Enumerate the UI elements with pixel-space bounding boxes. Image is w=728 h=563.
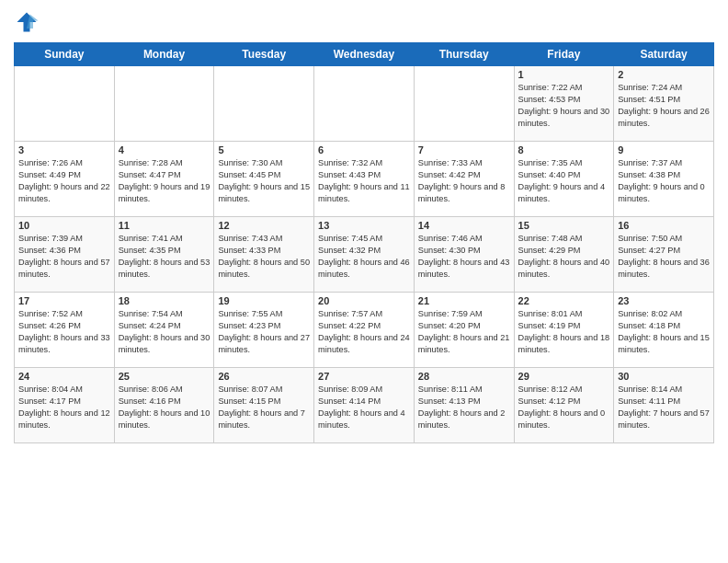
day-number: 4 (119, 144, 210, 155)
day-info: Sunrise: 7:24 AM Sunset: 4:51 PM Dayligh… (618, 82, 710, 130)
day-info: Sunrise: 7:45 AM Sunset: 4:32 PM Dayligh… (318, 233, 410, 281)
calendar-day-cell: 5Sunrise: 7:30 AM Sunset: 4:45 PM Daylig… (214, 142, 314, 217)
day-number: 18 (119, 295, 210, 306)
day-number: 5 (218, 144, 310, 155)
calendar-day-cell: 14Sunrise: 7:46 AM Sunset: 4:30 PM Dayli… (414, 217, 514, 293)
calendar-day-cell: 13Sunrise: 7:45 AM Sunset: 4:32 PM Dayli… (314, 217, 415, 293)
day-info: Sunrise: 7:52 AM Sunset: 4:26 PM Dayligh… (18, 308, 110, 356)
calendar-day-cell: 4Sunrise: 7:28 AM Sunset: 4:47 PM Daylig… (114, 142, 214, 217)
day-info: Sunrise: 7:30 AM Sunset: 4:45 PM Dayligh… (218, 157, 310, 205)
calendar-day-cell: 12Sunrise: 7:43 AM Sunset: 4:33 PM Dayli… (214, 217, 314, 293)
calendar-week-row: 10Sunrise: 7:39 AM Sunset: 4:36 PM Dayli… (15, 217, 714, 293)
calendar-week-row: 3Sunrise: 7:26 AM Sunset: 4:49 PM Daylig… (15, 142, 714, 217)
calendar-week-row: 17Sunrise: 7:52 AM Sunset: 4:26 PM Dayli… (15, 293, 714, 368)
calendar-day-cell: 9Sunrise: 7:37 AM Sunset: 4:38 PM Daylig… (614, 142, 714, 217)
calendar-day-cell (414, 66, 514, 142)
day-header-monday: Monday (114, 43, 214, 66)
calendar-day-cell: 17Sunrise: 7:52 AM Sunset: 4:26 PM Dayli… (15, 293, 115, 368)
calendar-day-cell: 6Sunrise: 7:32 AM Sunset: 4:43 PM Daylig… (314, 142, 415, 217)
day-number: 9 (618, 144, 710, 155)
day-header-wednesday: Wednesday (314, 43, 415, 66)
day-number: 3 (18, 144, 110, 155)
day-number: 23 (618, 295, 710, 306)
calendar-day-cell: 26Sunrise: 8:07 AM Sunset: 4:15 PM Dayli… (214, 368, 314, 443)
day-info: Sunrise: 8:09 AM Sunset: 4:14 PM Dayligh… (318, 384, 410, 431)
day-number: 19 (218, 295, 310, 306)
day-info: Sunrise: 8:14 AM Sunset: 4:11 PM Dayligh… (618, 384, 710, 431)
calendar-day-cell: 30Sunrise: 8:14 AM Sunset: 4:11 PM Dayli… (614, 368, 714, 443)
day-info: Sunrise: 7:33 AM Sunset: 4:42 PM Dayligh… (418, 157, 510, 205)
day-header-thursday: Thursday (414, 43, 514, 66)
calendar-day-cell: 27Sunrise: 8:09 AM Sunset: 4:14 PM Dayli… (314, 368, 415, 443)
calendar-day-cell: 22Sunrise: 8:01 AM Sunset: 4:19 PM Dayli… (514, 293, 614, 368)
day-info: Sunrise: 7:48 AM Sunset: 4:29 PM Dayligh… (518, 233, 610, 281)
day-number: 15 (518, 220, 610, 231)
day-number: 26 (218, 371, 310, 382)
day-info: Sunrise: 7:28 AM Sunset: 4:47 PM Dayligh… (119, 157, 210, 205)
day-number: 2 (618, 69, 710, 80)
day-info: Sunrise: 8:12 AM Sunset: 4:12 PM Dayligh… (518, 384, 610, 431)
day-info: Sunrise: 7:46 AM Sunset: 4:30 PM Dayligh… (418, 233, 510, 281)
day-info: Sunrise: 7:22 AM Sunset: 4:53 PM Dayligh… (518, 82, 610, 130)
day-info: Sunrise: 7:59 AM Sunset: 4:20 PM Dayligh… (418, 308, 510, 356)
day-info: Sunrise: 8:06 AM Sunset: 4:16 PM Dayligh… (119, 384, 210, 431)
calendar-day-cell: 7Sunrise: 7:33 AM Sunset: 4:42 PM Daylig… (414, 142, 514, 217)
logo-icon (14, 9, 40, 35)
calendar-day-cell (314, 66, 415, 142)
day-number: 21 (418, 295, 510, 306)
day-number: 7 (418, 144, 510, 155)
day-number: 11 (119, 220, 210, 231)
day-number: 30 (618, 371, 710, 382)
calendar-day-cell: 19Sunrise: 7:55 AM Sunset: 4:23 PM Dayli… (214, 293, 314, 368)
calendar-week-row: 24Sunrise: 8:04 AM Sunset: 4:17 PM Dayli… (15, 368, 714, 443)
day-info: Sunrise: 7:50 AM Sunset: 4:27 PM Dayligh… (618, 233, 710, 281)
day-number: 8 (518, 144, 610, 155)
calendar-day-cell: 28Sunrise: 8:11 AM Sunset: 4:13 PM Dayli… (414, 368, 514, 443)
day-number: 10 (18, 220, 110, 231)
day-info: Sunrise: 8:11 AM Sunset: 4:13 PM Dayligh… (418, 384, 510, 431)
day-number: 14 (418, 220, 510, 231)
day-number: 20 (318, 295, 410, 306)
calendar-table: SundayMondayTuesdayWednesdayThursdayFrid… (14, 42, 714, 443)
calendar-day-cell (114, 66, 214, 142)
calendar-day-cell: 8Sunrise: 7:35 AM Sunset: 4:40 PM Daylig… (514, 142, 614, 217)
calendar-week-row: 1Sunrise: 7:22 AM Sunset: 4:53 PM Daylig… (15, 66, 714, 142)
calendar-day-cell: 25Sunrise: 8:06 AM Sunset: 4:16 PM Dayli… (114, 368, 214, 443)
day-header-friday: Friday (514, 43, 614, 66)
day-number: 25 (119, 371, 210, 382)
day-number: 16 (618, 220, 710, 231)
calendar-day-cell: 24Sunrise: 8:04 AM Sunset: 4:17 PM Dayli… (15, 368, 115, 443)
day-number: 17 (18, 295, 110, 306)
day-info: Sunrise: 7:35 AM Sunset: 4:40 PM Dayligh… (518, 157, 610, 205)
day-info: Sunrise: 8:01 AM Sunset: 4:19 PM Dayligh… (518, 308, 610, 356)
day-info: Sunrise: 8:02 AM Sunset: 4:18 PM Dayligh… (618, 308, 710, 356)
calendar-day-cell (214, 66, 314, 142)
calendar-day-cell: 1Sunrise: 7:22 AM Sunset: 4:53 PM Daylig… (514, 66, 614, 142)
day-number: 27 (318, 371, 410, 382)
day-info: Sunrise: 7:43 AM Sunset: 4:33 PM Dayligh… (218, 233, 310, 281)
day-info: Sunrise: 8:07 AM Sunset: 4:15 PM Dayligh… (218, 384, 310, 431)
day-info: Sunrise: 7:37 AM Sunset: 4:38 PM Dayligh… (618, 157, 710, 205)
day-header-tuesday: Tuesday (214, 43, 314, 66)
calendar-day-cell: 15Sunrise: 7:48 AM Sunset: 4:29 PM Dayli… (514, 217, 614, 293)
day-info: Sunrise: 7:32 AM Sunset: 4:43 PM Dayligh… (318, 157, 410, 205)
day-info: Sunrise: 7:39 AM Sunset: 4:36 PM Dayligh… (18, 233, 110, 281)
day-number: 1 (518, 69, 610, 80)
day-header-saturday: Saturday (614, 43, 714, 66)
calendar-day-cell (15, 66, 115, 142)
day-number: 22 (518, 295, 610, 306)
day-number: 24 (18, 371, 110, 382)
calendar-day-cell: 29Sunrise: 8:12 AM Sunset: 4:12 PM Dayli… (514, 368, 614, 443)
calendar-day-cell: 23Sunrise: 8:02 AM Sunset: 4:18 PM Dayli… (614, 293, 714, 368)
calendar-day-cell: 16Sunrise: 7:50 AM Sunset: 4:27 PM Dayli… (614, 217, 714, 293)
day-number: 28 (418, 371, 510, 382)
day-number: 6 (318, 144, 410, 155)
calendar-day-cell: 11Sunrise: 7:41 AM Sunset: 4:35 PM Dayli… (114, 217, 214, 293)
calendar-day-cell: 18Sunrise: 7:54 AM Sunset: 4:24 PM Dayli… (114, 293, 214, 368)
day-number: 13 (318, 220, 410, 231)
day-info: Sunrise: 7:41 AM Sunset: 4:35 PM Dayligh… (119, 233, 210, 281)
day-info: Sunrise: 7:26 AM Sunset: 4:49 PM Dayligh… (18, 157, 110, 205)
logo (14, 9, 43, 35)
day-info: Sunrise: 8:04 AM Sunset: 4:17 PM Dayligh… (18, 384, 110, 431)
calendar-day-cell: 3Sunrise: 7:26 AM Sunset: 4:49 PM Daylig… (15, 142, 115, 217)
